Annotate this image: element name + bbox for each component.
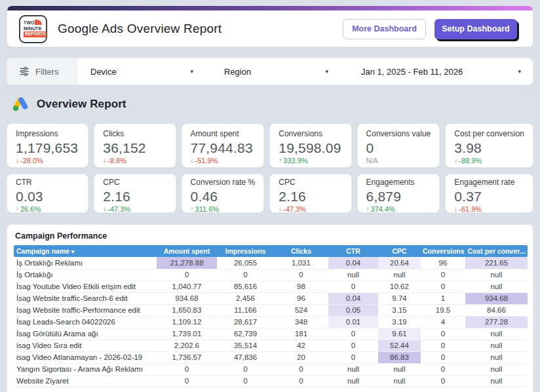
arrow-up-icon: ↑ — [366, 205, 370, 212]
value-cell: 0 — [157, 269, 217, 281]
arrow-up-icon: ↑ — [191, 205, 194, 212]
kpi-value: 19,598.09 — [279, 140, 342, 156]
kpi-value: 2.16 — [103, 189, 166, 205]
value-cell: 0 — [217, 269, 274, 281]
column-header-amount-spent[interactable]: Amount spent — [157, 245, 217, 257]
value-cell: 1,650.83 — [157, 304, 217, 316]
campaign-name-cell: İsag Görütülü Arama ağı — [14, 328, 157, 340]
value-cell: 0 — [421, 375, 465, 387]
device-filter-dropdown[interactable]: Device ▾ — [78, 58, 204, 85]
value-cell: null — [328, 269, 378, 281]
value-cell: null — [378, 363, 421, 375]
kpi-value: 0.03 — [16, 189, 79, 205]
value-cell: 2,202.6 — [157, 340, 217, 351]
value-cell: null — [465, 281, 528, 292]
table-row: isag Video Atlanamayan - 2026-02-191,736… — [14, 351, 528, 363]
campaign-table: Campaign name ▾Amount spentImpressionsCl… — [14, 245, 528, 387]
value-cell: 0 — [274, 363, 328, 375]
table-row: İsag Youtube Video Etkili erişim edit1,0… — [14, 281, 528, 292]
column-header-conversions[interactable]: Conversions — [421, 245, 465, 257]
value-cell: 0 — [217, 375, 274, 387]
kpi-delta: ↑333.9% — [279, 157, 342, 165]
kpi-card-amount-spent: Amount spent77,944.83↓-51.9% — [182, 123, 265, 168]
table-row: İsag Website traffic-Performance edit1,6… — [14, 304, 528, 316]
value-cell: 9.74 — [378, 292, 421, 304]
column-header-ctr[interactable]: CTR — [328, 245, 378, 257]
column-header-campaign-name[interactable]: Campaign name ▾ — [14, 245, 157, 257]
kpi-label: Conversions — [279, 130, 342, 139]
value-cell: 0 — [421, 351, 465, 363]
arrow-up-icon: ↑ — [279, 157, 282, 164]
table-row: İsag Leads-Search 040220261,109.1228,617… — [14, 316, 528, 328]
campaign-name-cell: İş Ortaklığı Reklamı — [14, 257, 157, 269]
chevron-down-icon: ▾ — [518, 68, 521, 75]
arrow-down-icon: ↓ — [454, 205, 457, 212]
overview-section-header: Overview Report — [12, 96, 126, 112]
value-cell: 1,031 — [274, 257, 328, 269]
value-cell: 84.66 — [465, 304, 528, 316]
kpi-label: CTR — [16, 178, 79, 187]
kpi-delta: ↓-51.9% — [191, 157, 256, 165]
value-cell: 96 — [274, 292, 328, 304]
value-cell: 0 — [274, 269, 328, 281]
value-cell: 21,278.88 — [157, 257, 217, 269]
date-range-dropdown[interactable]: Jan 1, 2025 - Feb 11, 2026 ▾ — [335, 58, 533, 85]
arrow-up-icon: ↑ — [16, 205, 19, 212]
column-header-clicks[interactable]: Clicks — [274, 245, 328, 257]
value-cell: 11,166 — [217, 304, 274, 316]
kpi-card-ctr: CTR0.03↑26.6% — [7, 174, 88, 213]
value-cell: 0 — [328, 351, 378, 363]
filters-label: Filters — [35, 67, 58, 77]
google-ads-icon — [12, 96, 29, 112]
kpi-value: 36,152 — [103, 140, 166, 156]
kpi-label: Conversion rate % — [191, 178, 256, 187]
kpi-label: CPC — [279, 178, 342, 187]
value-cell: 4 — [421, 316, 465, 328]
value-cell: 0 — [421, 328, 465, 340]
value-cell: null — [465, 340, 528, 351]
value-cell: 0 — [421, 269, 465, 281]
kpi-label: Cost per conversion — [454, 130, 524, 139]
value-cell: 0 — [421, 363, 465, 375]
value-cell: 62,739 — [217, 328, 274, 340]
column-header-impressions[interactable]: Impressions — [217, 245, 274, 257]
logo-line3: REPORTS — [24, 31, 47, 37]
kpi-card-impressions: Impressions1,179,653↓-28.0% — [7, 123, 88, 168]
value-cell: null — [465, 363, 528, 375]
value-cell: 0.05 — [328, 304, 378, 316]
value-cell: 0 — [157, 363, 217, 375]
value-cell: 934.68 — [157, 292, 217, 304]
kpi-delta: ↓-47.3% — [103, 205, 166, 213]
header-gradient-bar — [7, 6, 533, 10]
filters-icon — [19, 66, 29, 77]
page-title: Google Ads Overview Report — [58, 22, 222, 36]
filters-button[interactable]: Filters — [7, 58, 78, 85]
column-header-cpc[interactable]: CPC — [378, 245, 421, 257]
kpi-value: 2.16 — [279, 189, 342, 205]
region-filter-dropdown[interactable]: Region ▾ — [204, 58, 335, 85]
kpi-label: Conversions value — [366, 130, 431, 139]
campaign-name-cell: İsag Website traffic-Search-6 edit — [14, 292, 157, 304]
chevron-down-icon: ▾ — [325, 68, 328, 75]
value-cell: 0.04 — [328, 292, 378, 304]
value-cell: 19.5 — [421, 304, 465, 316]
kpi-card-conversions: Conversions19,598.09↑333.9% — [269, 123, 351, 168]
arrow-down-icon: ↓ — [103, 205, 106, 212]
more-dashboard-button[interactable]: More Dashboard — [343, 19, 426, 39]
two-minute-reports-logo: TWO MINUTE REPORTS — [19, 15, 47, 43]
kpi-card-cost-per-conversion: Cost per conversion3.98↓-88.9% — [445, 123, 533, 168]
campaign-performance-card: Campaign Performance Campaign name ▾Amou… — [7, 224, 533, 392]
kpi-card-cpc: CPC2.16↓-47.3% — [94, 174, 176, 213]
setup-dashboard-button[interactable]: Setup Dashboard — [434, 19, 517, 39]
campaign-name-cell: isag Video Sıra edit — [14, 340, 157, 351]
value-cell: 52.44 — [378, 340, 421, 351]
arrow-down-icon: ↓ — [16, 157, 19, 164]
value-cell: 20.64 — [378, 257, 421, 269]
value-cell: 181 — [274, 328, 328, 340]
kpi-value: 6,879 — [366, 189, 431, 205]
value-cell: 3.15 — [378, 304, 421, 316]
column-header-cost-per-conver-[interactable]: Cost per conver... — [465, 245, 528, 257]
table-title: Campaign Performance — [15, 231, 526, 241]
chevron-down-icon: ▾ — [190, 68, 193, 75]
header: TWO MINUTE REPORTS Google Ads Overview R… — [7, 5, 533, 47]
